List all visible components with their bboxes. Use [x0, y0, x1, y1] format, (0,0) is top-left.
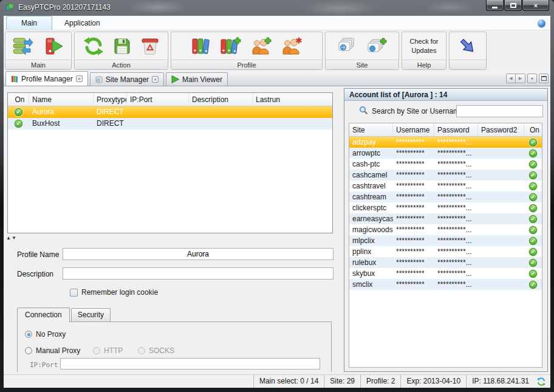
- minimize-icon: [492, 7, 498, 9]
- close-button[interactable]: ×: [522, 0, 549, 11]
- group-label-help: Help: [402, 60, 446, 69]
- column-header[interactable]: Password2: [478, 123, 524, 136]
- profile-name-label: Profile Name: [17, 250, 61, 259]
- document-tab-bar: Profile Manager × Site Manager × Main Vi…: [4, 72, 550, 86]
- account-row[interactable]: pplinx ********** **********... ✓: [349, 246, 542, 257]
- tab-site-manager[interactable]: Site Manager ×: [90, 72, 164, 86]
- ipport-input[interactable]: [60, 358, 320, 370]
- tab-security[interactable]: Security: [71, 308, 111, 322]
- account-row[interactable]: skybux ********** **********... ✓: [349, 268, 542, 279]
- account-row[interactable]: adzpay ********** **********... ✓: [349, 137, 542, 148]
- account-row[interactable]: arrowptc ********** **********... ✓: [349, 148, 542, 159]
- scroll-tabs-right-button[interactable]: ▶: [516, 74, 525, 83]
- account-settings-button[interactable]: [281, 37, 302, 55]
- column-header[interactable]: On: [524, 123, 542, 136]
- profile-row[interactable]: ✓ BuxHost DIRECT: [8, 118, 332, 129]
- socks-radio[interactable]: [138, 347, 145, 354]
- sites-icon: [337, 38, 357, 55]
- column-header[interactable]: Site: [349, 123, 393, 136]
- database-sync-button[interactable]: [13, 37, 33, 55]
- run-profile-icon: [43, 37, 64, 55]
- splitter-handle[interactable]: ▲▼: [6, 235, 17, 241]
- column-header[interactable]: Description: [189, 93, 253, 106]
- no-proxy-label: No Proxy: [36, 330, 66, 339]
- account-panel-title: Account list of [Aurora ] : 14: [344, 89, 547, 101]
- close-tab-icon[interactable]: ×: [76, 75, 83, 82]
- delete-button[interactable]: [141, 37, 159, 55]
- account-row[interactable]: smclix ********** **********... ✓: [349, 279, 542, 290]
- search-input[interactable]: [456, 105, 543, 117]
- account-row[interactable]: mlpclix ********** **********... ✓: [349, 235, 542, 246]
- close-tab-icon[interactable]: ×: [152, 76, 159, 83]
- title-bar[interactable]: EasyPTCPro 201207171143 ×: [0, 0, 554, 16]
- add-profile-button[interactable]: [221, 37, 241, 55]
- sync-icon: [13, 37, 33, 55]
- add-account-button[interactable]: [251, 37, 272, 55]
- search-icon: [359, 106, 368, 117]
- enabled-check-icon: ✓: [15, 108, 22, 116]
- profile-name-input[interactable]: [63, 248, 333, 260]
- main-viewer-play-icon: [171, 75, 179, 83]
- http-radio[interactable]: [93, 347, 100, 354]
- save-button[interactable]: [113, 37, 131, 55]
- right-arrow-icon: ▶: [519, 76, 522, 81]
- remember-cookie-checkbox[interactable]: [70, 289, 78, 297]
- add-site-button[interactable]: [366, 38, 387, 55]
- account-search-row: Search by Site or Username: [344, 103, 547, 119]
- refresh-icon: [84, 37, 103, 55]
- ribbon-tab-application[interactable]: Application: [55, 16, 110, 30]
- tab-connection[interactable]: Connection: [17, 308, 70, 322]
- manual-proxy-radio[interactable]: [25, 347, 32, 354]
- enabled-check-icon: ✓: [529, 226, 537, 234]
- account-table: Site Username Password Password2 On adzp…: [349, 123, 542, 368]
- profile-table-body: ✓ Aurora DIRECT ✓ BuxHost DIRECT: [8, 106, 332, 129]
- ipport-label: IP:Port: [30, 361, 58, 369]
- account-panel: Account list of [Aurora ] : 14 Search by…: [344, 88, 548, 372]
- exit-button[interactable]: [459, 37, 477, 55]
- minimize-button[interactable]: [486, 0, 504, 11]
- refresh-arrows-icon: [537, 377, 545, 386]
- account-row[interactable]: cashcamel ********** **********... ✓: [349, 170, 542, 181]
- enabled-check-icon: ✓: [529, 160, 537, 168]
- tab-label: Site Manager: [106, 75, 149, 84]
- maximize-icon: [510, 3, 516, 8]
- maximize-button[interactable]: [504, 0, 522, 11]
- column-header[interactable]: Password: [434, 123, 478, 136]
- ribbon-group-exit: [449, 32, 487, 70]
- ribbon-tab-main[interactable]: Main: [6, 16, 52, 30]
- connection-panel: No Proxy Manual Proxy HTTP SOCKS IP:Port: [17, 322, 332, 372]
- column-header[interactable]: IP:Port: [127, 93, 189, 106]
- run-profile-button[interactable]: [43, 37, 64, 55]
- description-label: Description: [17, 270, 61, 278]
- column-header[interactable]: Username: [393, 123, 434, 136]
- column-header[interactable]: Proxytype: [94, 93, 127, 106]
- account-row[interactable]: rulebux ********** **********... ✓: [349, 257, 542, 268]
- account-row[interactable]: cashtravel ********** **********... ✓: [349, 181, 542, 191]
- account-row[interactable]: cashtream ********** **********... ✓: [349, 191, 542, 202]
- account-row[interactable]: magicwoods ********** **********... ✓: [349, 224, 542, 235]
- check-updates-button[interactable]: Check for Updates: [404, 33, 444, 59]
- tab-list-dropdown-button[interactable]: ▼: [527, 74, 537, 83]
- profile-row[interactable]: ✓ Aurora DIRECT: [8, 106, 332, 118]
- column-header[interactable]: Lastrun: [253, 93, 332, 106]
- refresh-ip-button[interactable]: [537, 377, 545, 386]
- site-list-button[interactable]: [337, 38, 357, 55]
- info-orb-icon[interactable]: [538, 19, 545, 27]
- column-header[interactable]: On: [8, 93, 29, 106]
- tab-main-viewer[interactable]: Main Viewer: [166, 72, 228, 86]
- no-proxy-radio[interactable]: [25, 331, 32, 338]
- delete-trash-icon: [141, 37, 159, 55]
- restore-pane-button[interactable]: [539, 74, 549, 83]
- remember-cookie-label: Remember login cookie: [81, 288, 158, 297]
- refresh-button[interactable]: [84, 37, 103, 55]
- tab-profile-manager[interactable]: Profile Manager ×: [5, 71, 88, 86]
- account-row[interactable]: clickersptc ********** **********... ✓: [349, 202, 542, 213]
- column-header[interactable]: Name: [29, 93, 94, 106]
- status-item: Main select: 0 / 14: [253, 375, 324, 388]
- description-input[interactable]: [63, 267, 333, 280]
- account-row[interactable]: earneasycash ********** **********... ✓: [349, 213, 542, 224]
- profile-list-button[interactable]: [191, 37, 211, 55]
- account-row[interactable]: cash-ptc ********** **********... ✓: [349, 159, 542, 170]
- scroll-tabs-left-button[interactable]: ◀: [506, 74, 516, 83]
- exit-arrow-icon: [459, 37, 477, 55]
